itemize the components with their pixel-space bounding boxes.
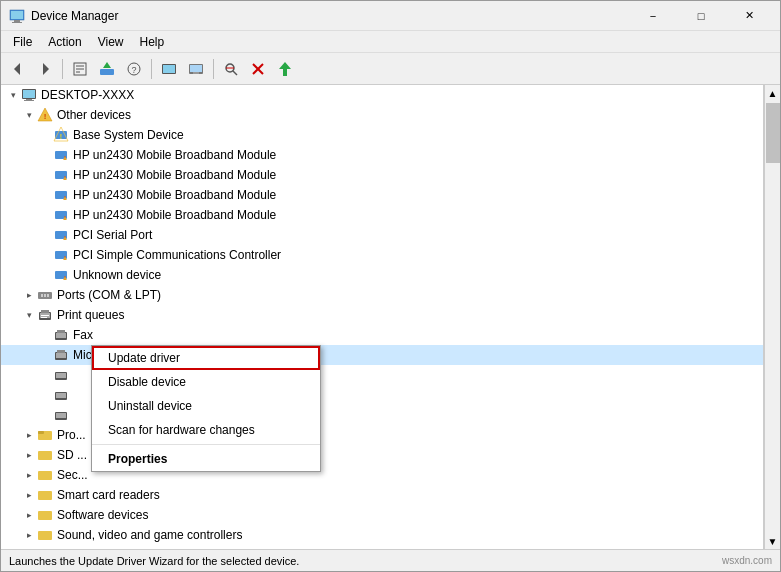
tree-item-storage[interactable]: ▸ Storage controllers <box>1 545 763 549</box>
scan-button[interactable] <box>218 56 244 82</box>
svg-rect-66 <box>56 333 66 338</box>
ctx-properties[interactable]: Properties <box>92 447 320 471</box>
expand-sd[interactable]: ▸ <box>21 447 37 463</box>
main-content: ▾ DESKTOP-XXXX ▾ ! <box>1 85 780 549</box>
print-queues-label: Print queues <box>57 308 124 322</box>
smart-card-icon <box>37 487 53 503</box>
svg-rect-79 <box>38 471 52 480</box>
svg-text:!: ! <box>64 195 66 201</box>
svg-text:!: ! <box>64 215 66 221</box>
pci-simple-label: PCI Simple Communications Controller <box>73 248 281 262</box>
ctx-update-driver[interactable]: Update driver <box>92 346 320 370</box>
scroll-down-arrow[interactable]: ▼ <box>765 533 781 549</box>
hp3-label: HP un2430 Mobile Broadband Module <box>73 188 276 202</box>
help-button[interactable]: ? <box>121 56 147 82</box>
expand-smart[interactable]: ▸ <box>21 487 37 503</box>
ctx-separator <box>92 444 320 445</box>
minimize-button[interactable]: − <box>630 1 676 31</box>
expand-storage[interactable]: ▸ <box>21 547 37 549</box>
menu-help[interactable]: Help <box>132 33 173 51</box>
ctx-scan-hardware[interactable]: Scan for hardware changes <box>92 418 320 442</box>
unknown-device-label: Unknown device <box>73 268 161 282</box>
pci-serial-icon: ! <box>53 227 69 243</box>
device-tree[interactable]: ▾ DESKTOP-XXXX ▾ ! <box>1 85 764 549</box>
tree-item-base-system[interactable]: ▾ ! Base System Device <box>1 125 763 145</box>
svg-rect-10 <box>100 69 114 75</box>
computer-label: DESKTOP-XXXX <box>41 88 134 102</box>
tree-item-hp2[interactable]: ▾ ! HP un2430 Mobile Broadband Module <box>1 165 763 185</box>
tree-item-other-devices[interactable]: ▾ ! Other devices <box>1 105 763 125</box>
menu-action[interactable]: Action <box>40 33 89 51</box>
svg-rect-77 <box>38 431 44 434</box>
status-text: Launches the Update Driver Wizard for th… <box>9 555 722 567</box>
expand-other[interactable]: ▾ <box>21 107 37 123</box>
expand-sec[interactable]: ▸ <box>21 467 37 483</box>
ctx-disable-device[interactable]: Disable device <box>92 370 320 394</box>
properties-button[interactable] <box>67 56 93 82</box>
tree-item-hp4[interactable]: ▾ ! HP un2430 Mobile Broadband Module <box>1 205 763 225</box>
software-label: Software devices <box>57 508 148 522</box>
tree-item-pci-simple[interactable]: ▾ ! PCI Simple Communications Controller <box>1 245 763 265</box>
svg-rect-82 <box>38 531 52 540</box>
svg-rect-18 <box>193 72 199 74</box>
svg-rect-27 <box>26 99 32 100</box>
fax-icon <box>53 327 69 343</box>
hp2-label: HP un2430 Mobile Broadband Module <box>73 168 276 182</box>
printer2-icon <box>53 387 69 403</box>
update-driver-toolbar-button[interactable] <box>94 56 120 82</box>
menu-bar: File Action View Help <box>1 31 780 53</box>
printer3-icon <box>53 407 69 423</box>
tree-item-ports[interactable]: ▸ Ports (COM & LPT) <box>1 285 763 305</box>
scroll-track[interactable] <box>765 101 781 533</box>
unknown-device-icon: ! <box>53 267 69 283</box>
ctx-uninstall-device[interactable]: Uninstall device <box>92 394 320 418</box>
forward-button[interactable] <box>32 56 58 82</box>
title-bar: Device Manager − □ ✕ <box>1 1 780 31</box>
svg-rect-15 <box>163 65 175 73</box>
software-icon <box>37 507 53 523</box>
expand-computer[interactable]: ▾ <box>5 87 21 103</box>
resources-button[interactable] <box>183 56 209 82</box>
expand-software[interactable]: ▸ <box>21 507 37 523</box>
close-button[interactable]: ✕ <box>726 1 772 31</box>
remove-button[interactable] <box>245 56 271 82</box>
show-devices-button[interactable] <box>156 56 182 82</box>
tree-item-print-queues[interactable]: ▾ Print queues <box>1 305 763 325</box>
add-button[interactable] <box>272 56 298 82</box>
hp3-icon: ! <box>53 187 69 203</box>
vertical-scrollbar[interactable]: ▲ ▼ <box>764 85 780 549</box>
expand-ports[interactable]: ▸ <box>21 287 37 303</box>
expand-sound[interactable]: ▸ <box>21 527 37 543</box>
back-button[interactable] <box>5 56 31 82</box>
menu-file[interactable]: File <box>5 33 40 51</box>
tree-item-hp1[interactable]: ▾ ! HP un2430 Mobile Broadband Module <box>1 145 763 165</box>
tree-item-computer[interactable]: ▾ DESKTOP-XXXX <box>1 85 763 105</box>
svg-text:!: ! <box>60 133 62 140</box>
svg-text:!: ! <box>64 235 66 241</box>
menu-view[interactable]: View <box>90 33 132 51</box>
tree-item-pci-serial[interactable]: ▾ ! PCI Serial Port <box>1 225 763 245</box>
tree-item-hp3[interactable]: ▾ ! HP un2430 Mobile Broadband Module <box>1 185 763 205</box>
tree-item-software[interactable]: ▸ Software devices <box>1 505 763 525</box>
computer-icon <box>21 87 37 103</box>
smart-card-label: Smart card readers <box>57 488 160 502</box>
ctx-uninstall-label: Uninstall device <box>108 399 192 413</box>
svg-rect-69 <box>56 353 66 358</box>
toolbar-sep-1 <box>62 59 63 79</box>
scroll-thumb[interactable] <box>766 103 780 163</box>
maximize-button[interactable]: □ <box>678 1 724 31</box>
svg-rect-2 <box>14 20 20 22</box>
scroll-up-arrow[interactable]: ▲ <box>765 85 781 101</box>
sd-icon <box>37 447 53 463</box>
expand-print[interactable]: ▾ <box>21 307 37 323</box>
tree-item-fax[interactable]: ▾ Fax <box>1 325 763 345</box>
ctx-scan-label: Scan for hardware changes <box>108 423 255 437</box>
fax-label: Fax <box>73 328 93 342</box>
tree-item-unknown[interactable]: ▾ ! Unknown device <box>1 265 763 285</box>
ctx-update-driver-label: Update driver <box>108 351 180 365</box>
context-menu: Update driver Disable device Uninstall d… <box>91 345 321 472</box>
expand-pro[interactable]: ▸ <box>21 427 37 443</box>
svg-rect-62 <box>41 315 49 316</box>
tree-item-smart-card[interactable]: ▸ Smart card readers <box>1 485 763 505</box>
tree-item-sound[interactable]: ▸ Sound, video and game controllers <box>1 525 763 545</box>
